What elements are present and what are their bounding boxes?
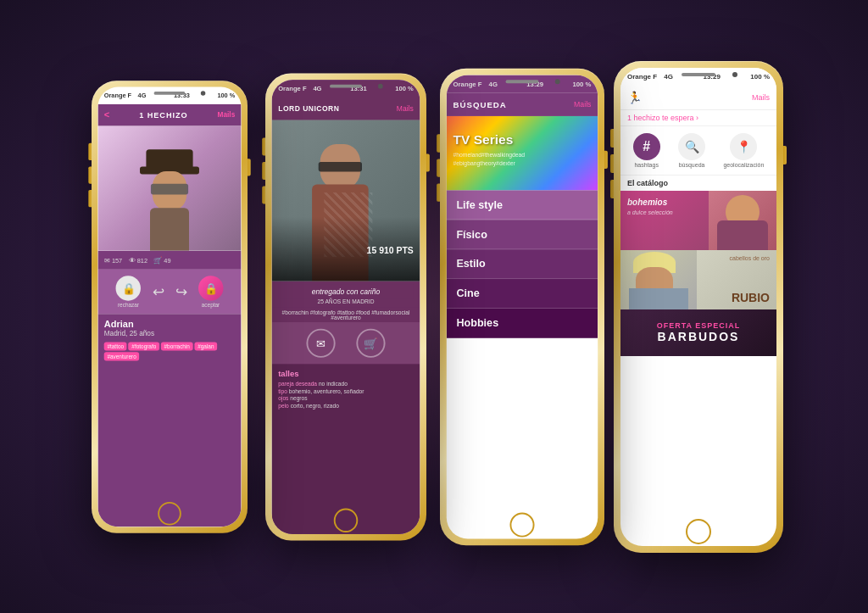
geo-icon-item-4[interactable]: 📍 geolocalización <box>723 133 764 168</box>
oferta-label-4: OFERTA ESPECIAL <box>657 321 741 330</box>
carrier-4: Orange F <box>627 73 657 81</box>
network-3: 4G <box>489 80 498 87</box>
home-button-1[interactable] <box>158 502 181 526</box>
hashtag-icon-item-4[interactable]: # hashtags <box>633 133 660 168</box>
profile-header-1: < 1 HECHIZO Mails <box>97 103 241 125</box>
catalog-title-4: El catálogo <box>620 176 776 191</box>
profile-actions-1: 🔒 rechazar ↩ ↪ 🔒 aceptar <box>97 269 241 313</box>
phone-screen-2: Orange F 4G 13:31 100 % LORD UNICORN Mai… <box>272 80 420 534</box>
card1-torso-4 <box>717 220 768 250</box>
profile-header-2: LORD UNICORN Mails <box>272 98 420 120</box>
phone-1: Orange F 4G 13:33 100 % < 1 HECHIZO Mail… <box>92 81 248 533</box>
message-button-2[interactable]: ✉ <box>306 328 335 357</box>
detail-value-pelo: corto, negro, rizado <box>291 403 339 409</box>
barbudos-content-4: OFERTA ESPECIAL BARBUDOS <box>657 321 741 343</box>
arrow-right-1: ↩ <box>153 282 164 299</box>
stat-messages-1: ✉ 157 <box>104 256 122 264</box>
tv-banner-3[interactable]: TV Series #homeland#thewalkingdead #ebig… <box>447 115 598 189</box>
menu-lifestyle-3[interactable]: Life style <box>447 190 598 220</box>
detail-value-ojos: negros <box>290 395 307 401</box>
search-icon-4: 🔍 <box>678 133 705 160</box>
mails-button-3[interactable]: Mails <box>574 100 591 109</box>
detail-row-pareja: pareja deseada no indicado <box>278 381 414 387</box>
network-1: 4G <box>138 92 147 98</box>
menu-hobbies-3[interactable]: Hobbies <box>447 308 598 337</box>
detail-value-tipo: bohemio, aventurero, soñador <box>289 387 364 393</box>
hashtag-icon-4: # <box>633 133 660 160</box>
carrier-1: Orange F <box>104 92 131 98</box>
catalog-card-barbudos-4[interactable]: OFERTA ESPECIAL BARBUDOS <box>620 309 776 356</box>
menu-estilo-3[interactable]: Estilo <box>447 249 598 279</box>
home-button-2[interactable] <box>334 508 359 532</box>
detail-label-tipo: tipo <box>278 387 289 393</box>
hechizo-banner-4[interactable]: 1 hechizo te espera › <box>620 110 776 126</box>
hashtag-label-4: hashtags <box>634 162 658 168</box>
detail-row-ojos: ojos negros <box>278 395 414 401</box>
phone-speaker-3 <box>506 80 539 83</box>
battery-3: 100 % <box>572 80 591 87</box>
mails-button-1[interactable]: Mails <box>218 111 236 119</box>
home-button-4[interactable] <box>686 519 711 544</box>
detail-row-tipo: tipo bohemio, aventurero, soñador <box>278 387 414 393</box>
detail-row-pelo: pelo corto, negro, rizado <box>278 403 414 409</box>
detail-label-ojos: ojos <box>278 395 290 401</box>
screen-1: < 1 HECHIZO Mails <box>97 103 241 527</box>
profile-info-1: Adrian Madrid, 25 años #tattoo #fotograf… <box>97 314 241 527</box>
eye-icon-1: 👁 <box>129 256 136 264</box>
detail-value-pareja: no indicado <box>319 381 348 387</box>
stat-views-count-1: 812 <box>137 256 147 263</box>
card1-photo-4 <box>709 191 776 250</box>
tagline-area-2: entregado con cariño 25 AÑOS EN MADRID <box>272 281 420 307</box>
mails-button-4[interactable]: Mails <box>752 93 770 102</box>
reject-button-1[interactable]: 🔒 <box>116 276 141 300</box>
rubio-main-label-4: RUBIO <box>732 291 770 304</box>
glasses-2 <box>319 162 362 171</box>
search-header-3: BÚSQUEDA Mails <box>447 92 598 115</box>
phone-speaker-2 <box>330 84 362 87</box>
runner-icon-4: 🏃 <box>627 91 642 104</box>
catalog-header-4: 🏃 Mails <box>620 86 776 110</box>
card2-torso-4 <box>629 288 688 309</box>
accept-label-1: aceptar <box>202 302 220 307</box>
search-label-4: búsqueda <box>679 162 705 168</box>
estilo-label-3: Estilo <box>456 257 485 270</box>
accept-button-1[interactable]: 🔒 <box>198 276 223 300</box>
glasses-1 <box>151 183 188 194</box>
lock-icon-1: 🔒 <box>122 281 136 294</box>
accept-wrapper-1: 🔒 aceptar <box>198 276 223 308</box>
phone-2: Orange F 4G 13:31 100 % LORD UNICORN Mai… <box>265 73 426 540</box>
phone-screen-1: Orange F 4G 13:33 100 % < 1 HECHIZO Mail… <box>97 86 241 527</box>
phone-power-button-2 <box>426 153 430 171</box>
menu-fisico-3[interactable]: Físico <box>447 220 598 249</box>
phone-side-buttons-2 <box>262 137 265 203</box>
stat-matches-1: 🛒 49 <box>153 256 170 264</box>
network-2: 4G <box>313 85 321 92</box>
home-button-3[interactable] <box>509 512 534 537</box>
detail-label-pelo: pelo <box>278 403 290 409</box>
menu-cine-3[interactable]: Cine <box>447 279 598 309</box>
message-icon-1: ✉ <box>104 256 110 264</box>
phones-container: Orange F 4G 13:33 100 % < 1 HECHIZO Mail… <box>81 61 787 553</box>
screen-4: 🏃 Mails 1 hechizo te espera › # hashtags… <box>620 86 776 546</box>
hobbies-label-3: Hobbies <box>456 316 498 329</box>
rubio-pre-4: cabellos de oro <box>730 255 770 261</box>
photo-person-1 <box>138 149 201 251</box>
detail-label-pareja: pareja deseada <box>278 381 319 387</box>
back-button-1[interactable]: < <box>104 109 109 120</box>
carrier-3: Orange F <box>453 80 482 87</box>
cart-button-2[interactable]: 🛒 <box>356 328 385 357</box>
catalog-card-rubio-4[interactable]: cabellos de oro RUBIO <box>620 250 776 309</box>
phone-side-buttons-1 <box>88 142 92 206</box>
catalog-card-bohemios-4[interactable]: bohemios a dulce selección <box>620 191 776 250</box>
lifestyle-label-3: Life style <box>456 198 503 210</box>
heart-icon-1: 🔒 <box>204 281 218 294</box>
phone-power-button-1 <box>248 159 251 176</box>
mails-button-2[interactable]: Mails <box>397 104 414 113</box>
rubio-pre-label-4: cabellos de oro <box>730 255 770 261</box>
header-title-2: LORD UNICORN <box>278 104 339 113</box>
search-icon-item-4[interactable]: 🔍 búsqueda <box>678 133 705 168</box>
profile-actions-2: ✉ 🛒 <box>272 322 420 364</box>
phone-power-button-3 <box>604 150 608 168</box>
phone-side-buttons-4 <box>610 129 614 198</box>
battery-2: 100 % <box>395 85 414 92</box>
